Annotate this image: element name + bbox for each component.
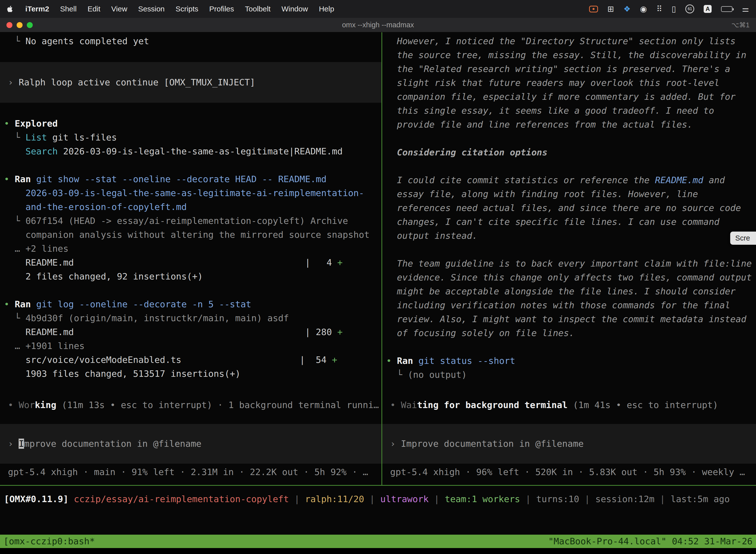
- menu-bar-item[interactable]: View: [111, 5, 127, 13]
- window-title-bar: omx --xhigh --madmax ⌥⌘1: [0, 18, 756, 32]
- screen-notification-overlay[interactable]: Scre: [730, 232, 756, 245]
- menu-bar-item[interactable]: Window: [281, 5, 308, 13]
- prompt-input[interactable]: › Improve documentation in @filename: [0, 424, 381, 464]
- text-segment: List: [25, 132, 47, 143]
- left-terminal-pane[interactable]: └ No agents completed yet › Ralph loop a…: [0, 32, 381, 485]
- terminal-line: › Improve documentation in @filename: [4, 437, 205, 451]
- text-segment: ›: [8, 77, 19, 88]
- battery-percent-ring-icon[interactable]: 61: [685, 4, 694, 13]
- text-segment: README.md | 4: [4, 258, 337, 268]
- terminal-line: • Ran git status --short: [382, 354, 756, 368]
- omx-status-bar: [OMX#0.11.9] cczip/essay/ai-reimplementa…: [0, 486, 756, 535]
- screen-recording-icon[interactable]: [589, 6, 598, 12]
- model-status-line: gpt-5.4 xhigh · 96% left · 520K in · 5.8…: [382, 465, 756, 479]
- text-segment: and-the-erosion-of-copyleft.md: [4, 202, 187, 212]
- terminal-line: … +1901 lines: [0, 339, 381, 353]
- terminal-line: Search 2026-03-09-is-legal-the-same-as-l…: [0, 145, 381, 158]
- text-segment: However, I noticed the "Directory Struct…: [397, 36, 752, 129]
- menu-bar-item[interactable]: Session: [138, 5, 165, 13]
- text-segment: |: [520, 494, 536, 504]
- text-segment: gpt-5.4 xhigh · 96% left · 520K in · 5.8…: [390, 467, 745, 477]
- menu-bar-item[interactable]: Scripts: [176, 5, 198, 13]
- text-segment: session:12m: [595, 494, 654, 504]
- terminal-line: gpt-5.4 xhigh · main · 91% left · 2.31M …: [4, 465, 378, 479]
- window-grid-icon[interactable]: ⊞: [608, 4, 614, 14]
- text-segment: No agents completed yet: [25, 36, 149, 46]
- round-app-icon[interactable]: ◉: [640, 4, 647, 14]
- input-source-icon[interactable]: A: [704, 5, 712, 13]
- terminal-line: companion analysis without altering the …: [0, 228, 381, 242]
- battery-icon[interactable]: [721, 6, 733, 12]
- dots-grid-icon[interactable]: ⠿: [656, 4, 662, 14]
- text-segment: mprove documentation in @filename: [24, 439, 201, 449]
- working-status-line: • Working (11m 13s • esc to interrupt) ·…: [0, 398, 381, 412]
- terminal-line: • Waiting for background terminal (1m 41…: [386, 398, 752, 412]
- text-segment: The team guideline is to back every impo…: [397, 258, 756, 338]
- text-segment: team:1 workers: [445, 494, 520, 504]
- terminal-line: The team guideline is to back every impo…: [382, 257, 756, 340]
- text-segment: git ls-files: [47, 132, 117, 143]
- menu-bar-item[interactable]: Toolbelt: [245, 5, 271, 13]
- text-segment: |: [654, 494, 671, 504]
- terminal-line: [0, 103, 381, 117]
- text-segment: gpt-5.4 xhigh · main · 91% left · 2.31M …: [8, 467, 368, 477]
- terminal-area: └ No agents completed yet › Ralph loop a…: [0, 32, 756, 485]
- text-segment: |: [579, 494, 595, 504]
- text-segment: •: [4, 118, 15, 128]
- text-segment: •: [4, 299, 15, 309]
- text-segment: git status --short: [413, 356, 515, 366]
- text-segment: Ralph loop active continue [OMX_TMUX_INJ…: [19, 77, 255, 88]
- text-segment: └: [4, 132, 25, 143]
- control-center-icon[interactable]: ⚌: [742, 4, 749, 14]
- text-segment: 2026-03-09-is-legal-the-same-as-legitima…: [58, 146, 343, 156]
- menu-bar-item[interactable]: Shell: [60, 5, 77, 13]
- text-segment: … +2 lines: [4, 243, 68, 254]
- terminal-line: └ (no output): [382, 368, 756, 382]
- menu-bar-item[interactable]: iTerm2: [25, 5, 49, 13]
- window-shortcut-badge: ⌥⌘1: [732, 21, 756, 29]
- text-segment: +: [337, 258, 343, 268]
- text-segment: +: [332, 355, 337, 365]
- display-icon[interactable]: ▯: [672, 4, 676, 14]
- terminal-line: gpt-5.4 xhigh · 96% left · 520K in · 5.8…: [386, 465, 752, 479]
- text-segment: turns:10: [536, 494, 579, 504]
- terminal-line: › Improve documentation in @filename: [386, 437, 587, 451]
- terminal-line: [382, 340, 756, 354]
- text-segment: Explored: [15, 118, 58, 128]
- right-terminal-pane[interactable]: However, I noticed the "Directory Struct…: [382, 32, 756, 485]
- injected-prompt-box: › Ralph loop active continue [OMX_TMUX_I…: [0, 62, 381, 103]
- terminal-line: 1903 files changed, 513517 insertions(+): [0, 367, 381, 381]
- terminal-line: README.md | 4 +: [0, 256, 381, 270]
- terminal-line: [OMX#0.11.9] cczip/essay/ai-reimplementa…: [0, 492, 756, 506]
- text-segment: |: [289, 494, 305, 504]
- apple-menu-icon[interactable]: [7, 5, 14, 13]
- menu-bar-item[interactable]: Help: [319, 5, 334, 13]
- terminal-line: src/voice/voiceModeEnabled.ts | 54 +: [0, 353, 381, 367]
- text-segment: Ran: [15, 299, 31, 309]
- terminal-line: [382, 159, 756, 173]
- terminal-line: [382, 243, 756, 257]
- right-pane-bottom: • Waiting for background terminal (1m 41…: [382, 398, 756, 485]
- text-segment: +: [337, 327, 343, 337]
- blue-app-icon[interactable]: ❖: [624, 4, 631, 14]
- text-segment: I could cite commit statistics or refere…: [397, 175, 655, 185]
- menu-bar-item[interactable]: Profiles: [209, 5, 234, 13]
- terminal-line: › Ralph loop active continue [OMX_TMUX_I…: [4, 75, 378, 89]
- text-segment: (1m 41s • esc to interrupt): [567, 400, 718, 410]
- text-segment: src/voice/voiceModeEnabled.ts | 54: [4, 355, 332, 365]
- text-segment: Improve documentation in @filename: [401, 439, 584, 449]
- prompt-input[interactable]: › Improve documentation in @filename: [382, 424, 756, 464]
- text-segment: 2 files changed, 92 insertions(+): [4, 271, 203, 281]
- menu-bar-item[interactable]: Edit: [87, 5, 101, 13]
- terminal-line: └ No agents completed yet: [0, 34, 381, 48]
- menu-bar-status-icons: ⊞ ❖ ◉ ⠿ ▯ 61 A ⚌: [589, 4, 749, 14]
- left-pane-bottom: • Working (11m 13s • esc to interrupt) ·…: [0, 398, 381, 485]
- text-segment: Search: [25, 146, 58, 156]
- terminal-line: 2 files changed, 92 insertions(+): [0, 270, 381, 283]
- text-segment: • Wor: [8, 400, 35, 410]
- terminal-line: … +2 lines: [0, 242, 381, 256]
- text-segment: cczip/essay/ai-reimplementation-copyleft: [74, 494, 289, 504]
- text-segment: •: [4, 174, 15, 184]
- right-pane-output: However, I noticed the "Directory Struct…: [382, 32, 756, 382]
- text-segment: companion analysis without altering the …: [4, 230, 370, 240]
